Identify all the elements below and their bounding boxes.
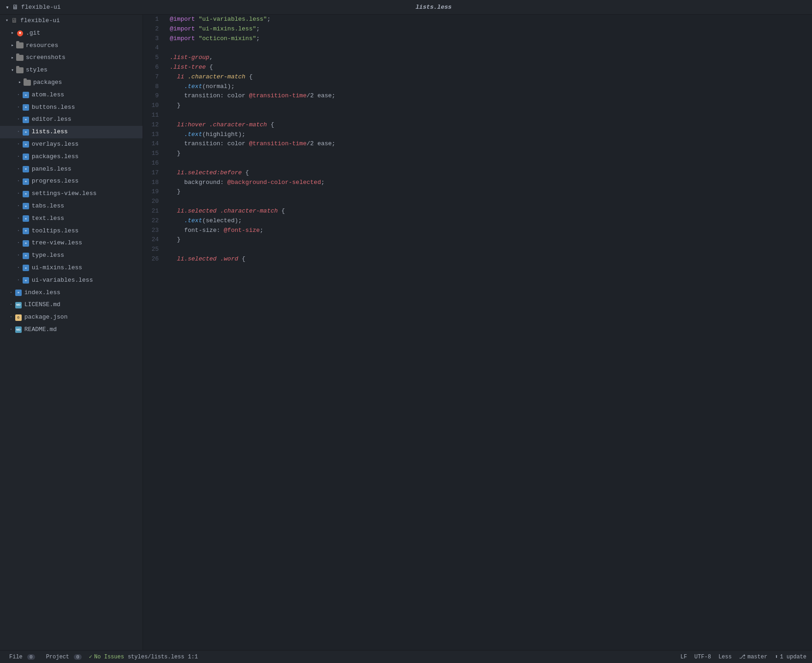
line-number: 22 xyxy=(143,216,166,226)
sidebar-item-ui-mixins-less[interactable]: · ≡ ui-mixins.less xyxy=(0,262,143,274)
sidebar-item-package-json[interactable]: · {} package.json xyxy=(0,311,143,324)
md-file-icon: MD xyxy=(14,326,23,334)
less-file-icon: ≡ xyxy=(22,227,30,235)
code-editor[interactable]: 1 @import "ui-variables.less"; 2 @import… xyxy=(143,15,812,650)
file-path: styles/lists.less xyxy=(128,654,184,660)
line-ending[interactable]: LF xyxy=(681,654,687,660)
less-file-icon: ≡ xyxy=(22,252,30,260)
line-content: transition: color @transition-time/2 eas… xyxy=(166,91,812,101)
status-right: LF UTF-8 Less ⎇ master ⬆ 1 update xyxy=(681,653,806,660)
line-number: 9 xyxy=(143,91,166,101)
sidebar-item-styles[interactable]: styles xyxy=(0,64,143,77)
line-content: .list-group, xyxy=(166,53,812,63)
less-file-icon: ≡ xyxy=(22,190,30,198)
sidebar-item-license-md[interactable]: · MD LICENSE.md xyxy=(0,299,143,311)
sidebar-item-label: lists.less xyxy=(32,127,68,137)
line-number: 21 xyxy=(143,207,166,216)
line-number: 4 xyxy=(143,43,166,53)
code-line: 12 li:hover .character-match { xyxy=(143,120,812,130)
sidebar-item-panels-less[interactable]: · ≡ panels.less xyxy=(0,163,143,176)
code-table: 1 @import "ui-variables.less"; 2 @import… xyxy=(143,15,812,264)
project-name: ▾ 🖥 flexible-ui xyxy=(6,4,61,11)
git-branch-icon: ⎇ xyxy=(739,653,746,660)
sidebar-item-resources[interactable]: resources xyxy=(0,40,143,52)
dot-separator: · xyxy=(17,214,20,224)
code-line: 1 @import "ui-variables.less"; xyxy=(143,15,812,24)
sidebar-item-editor-less[interactable]: · ≡ editor.less xyxy=(0,113,143,126)
sidebar-item-label: tabs.less xyxy=(32,201,64,211)
chevron-down-icon xyxy=(4,18,10,24)
project-tab[interactable]: Project 0 xyxy=(42,653,85,661)
sidebar-item-label: tree-view.less xyxy=(32,238,82,248)
sidebar-item-settings-view-less[interactable]: · ≡ settings-view.less xyxy=(0,188,143,200)
sidebar-item-progress-less[interactable]: · ≡ progress.less xyxy=(0,175,143,188)
chevron-down-icon xyxy=(9,67,16,74)
syntax[interactable]: Less xyxy=(718,654,732,660)
line-content: } xyxy=(166,187,812,197)
sidebar-item-packages-less[interactable]: · ≡ packages.less xyxy=(0,151,143,163)
sidebar-item-root[interactable]: 🖥 flexible-ui xyxy=(0,15,143,27)
file-count: 0 xyxy=(27,654,35,660)
code-line: 10 } xyxy=(143,101,812,111)
encoding[interactable]: UTF-8 xyxy=(694,654,711,660)
line-content: .text(normal); xyxy=(166,82,812,92)
line-number: 23 xyxy=(143,226,166,236)
sidebar-item-atom-less[interactable]: · ≡ atom.less xyxy=(0,89,143,101)
dot-separator: · xyxy=(9,313,13,322)
line-number: 25 xyxy=(143,245,166,255)
dot-separator: · xyxy=(17,201,20,211)
sidebar-item-label: LICENSE.md xyxy=(24,300,60,310)
status-bar: File 0 Project 0 No Issues styles/lists.… xyxy=(0,650,812,663)
sidebar-item-screenshots[interactable]: screenshots xyxy=(0,52,143,64)
line-content xyxy=(166,197,812,207)
git-branch[interactable]: ⎇ master xyxy=(739,653,767,660)
sidebar-item-tree-view-less[interactable]: · ≡ tree-view.less xyxy=(0,237,143,249)
line-number: 14 xyxy=(143,139,166,149)
less-file-icon: ≡ xyxy=(22,103,30,112)
sidebar-item-tooltips-less[interactable]: · ≡ tooltips.less xyxy=(0,225,143,237)
chevron-right-icon xyxy=(9,30,16,36)
md-file-icon: MD xyxy=(14,301,23,309)
less-file-icon: ≡ xyxy=(22,239,30,248)
line-content: li.selected .word { xyxy=(166,255,812,264)
sidebar-item-git[interactable]: ◆ .git xyxy=(0,27,143,40)
json-file-icon: {} xyxy=(14,314,23,322)
line-number: 2 xyxy=(143,24,166,34)
sidebar-item-label: settings-view.less xyxy=(32,189,96,199)
line-content: } xyxy=(166,149,812,159)
line-content: transition: color @transition-time/2 eas… xyxy=(166,139,812,149)
sidebar-item-label: panels.less xyxy=(32,165,72,174)
sidebar-item-ui-variables-less[interactable]: · ≡ ui-variables.less xyxy=(0,274,143,287)
less-file-icon: ≡ xyxy=(22,116,30,124)
sidebar[interactable]: 🖥 flexible-ui ◆ .git resources screens xyxy=(0,15,143,650)
sidebar-item-tabs-less[interactable]: · ≡ tabs.less xyxy=(0,200,143,213)
sidebar-item-overlays-less[interactable]: · ≡ overlays.less xyxy=(0,138,143,151)
chevron-right-icon xyxy=(9,55,16,61)
file-tab[interactable]: File 0 xyxy=(6,653,39,661)
code-line: 19 } xyxy=(143,187,812,197)
line-number: 11 xyxy=(143,111,166,120)
sidebar-item-label: text.less xyxy=(32,214,64,224)
sidebar-item-index-less[interactable]: · ≡ index.less xyxy=(0,287,143,299)
line-number: 8 xyxy=(143,82,166,92)
sidebar-item-type-less[interactable]: · ≡ type.less xyxy=(0,249,143,262)
code-area[interactable]: 1 @import "ui-variables.less"; 2 @import… xyxy=(143,15,812,650)
sidebar-item-lists-less[interactable]: · ≡ lists.less xyxy=(0,126,143,138)
chevron-right-icon xyxy=(17,79,23,86)
update-label: 1 update xyxy=(780,654,806,660)
sidebar-item-label: packages xyxy=(33,78,62,88)
sidebar-item-label: buttons.less xyxy=(32,103,75,112)
line-content: } xyxy=(166,235,812,245)
sidebar-item-buttons-less[interactable]: · ≡ buttons.less xyxy=(0,101,143,114)
sidebar-item-readme-md[interactable]: · MD README.md xyxy=(0,324,143,336)
line-number: 3 xyxy=(143,34,166,44)
chevron-icon: ▾ xyxy=(6,4,9,11)
sidebar-item-text-less[interactable]: · ≡ text.less xyxy=(0,213,143,225)
sidebar-item-label: package.json xyxy=(24,313,68,322)
sidebar-item-label: resources xyxy=(26,41,58,51)
update-badge[interactable]: ⬆ 1 update xyxy=(775,653,806,660)
line-content: } xyxy=(166,101,812,111)
line-content: li.selected .character-match { xyxy=(166,207,812,216)
sidebar-item-packages-folder[interactable]: packages xyxy=(0,77,143,89)
code-line: 21 li.selected .character-match { xyxy=(143,207,812,216)
